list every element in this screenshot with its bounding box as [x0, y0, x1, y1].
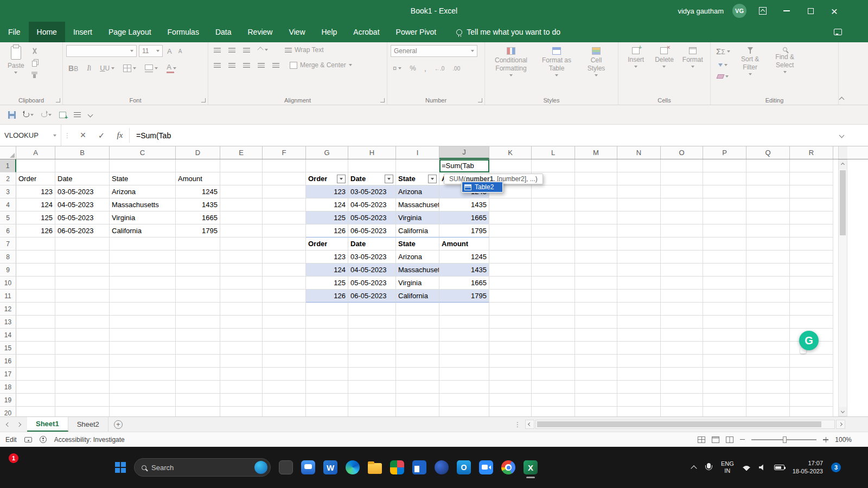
cell-M5[interactable]	[575, 211, 617, 224]
cell-O14[interactable]	[661, 329, 703, 342]
cell-B4[interactable]: 04-05-2023	[55, 198, 110, 211]
page-layout-view-button[interactable]	[712, 436, 719, 443]
filter-button-I2[interactable]	[428, 175, 437, 183]
row-header-8[interactable]: 8	[0, 251, 16, 264]
column-header-H[interactable]: H	[348, 146, 396, 159]
cell-E4[interactable]	[220, 198, 263, 211]
cell-N5[interactable]	[617, 211, 661, 224]
cell-N13[interactable]	[617, 316, 661, 329]
cell-G10[interactable]: 125	[306, 277, 348, 290]
zoom-app-icon[interactable]	[479, 460, 493, 474]
conditional-formatting-button[interactable]: Conditional Formatting	[488, 45, 534, 79]
cell-I20[interactable]	[396, 407, 439, 416]
cell-O7[interactable]	[661, 237, 703, 251]
column-header-K[interactable]: K	[489, 146, 532, 159]
ribbon-display-options-button[interactable]	[755, 3, 770, 18]
cell-G20[interactable]	[306, 407, 348, 416]
cell-K15[interactable]	[489, 342, 532, 355]
increase-font-size-button[interactable]	[165, 46, 174, 57]
cell-K11[interactable]	[489, 290, 532, 303]
cell-C3[interactable]: Arizona	[110, 185, 176, 198]
cell-J8[interactable]: 1245	[439, 251, 489, 264]
cell-R8[interactable]	[790, 251, 833, 264]
colored-tiles-app-icon[interactable]	[390, 460, 404, 474]
taskbar-notification-badge[interactable]: 1	[9, 453, 18, 463]
italic-button[interactable]: I	[85, 62, 93, 74]
cell-L20[interactable]	[532, 407, 575, 416]
cell-J5[interactable]: 1665	[439, 211, 489, 224]
cell-D18[interactable]	[176, 381, 220, 394]
cell-N18[interactable]	[617, 381, 661, 394]
font-size-combo[interactable]: 11	[139, 45, 163, 57]
cell-K7[interactable]	[489, 237, 532, 251]
cell-P1[interactable]	[703, 159, 746, 172]
autocomplete-item-table2[interactable]: Table2	[462, 182, 502, 192]
cell-D20[interactable]	[176, 407, 220, 416]
cell-F9[interactable]	[263, 264, 306, 277]
vertical-scrollbar[interactable]	[838, 159, 847, 416]
cell-K13[interactable]	[489, 316, 532, 329]
cell-L18[interactable]	[532, 381, 575, 394]
cell-C12[interactable]	[110, 303, 176, 316]
cell-Q17[interactable]	[746, 368, 790, 381]
cell-F19[interactable]	[263, 394, 306, 407]
cell-J16[interactable]	[439, 355, 489, 368]
cell-J15[interactable]	[439, 342, 489, 355]
cell-K6[interactable]	[489, 224, 532, 237]
cell-L17[interactable]	[532, 368, 575, 381]
cell-H15[interactable]	[348, 342, 396, 355]
cell-I1[interactable]	[396, 159, 439, 172]
cell-E3[interactable]	[220, 185, 263, 198]
format-cells-button[interactable]: Format	[679, 45, 707, 70]
cell-O1[interactable]	[661, 159, 703, 172]
cell-I11[interactable]: California	[396, 290, 439, 303]
row-header-18[interactable]: 18	[0, 381, 16, 394]
cell-L8[interactable]	[532, 251, 575, 264]
cell-A16[interactable]	[16, 355, 55, 368]
cell-D11[interactable]	[176, 290, 220, 303]
cell-B3[interactable]: 03-05-2023	[55, 185, 110, 198]
ribbon-tab-file[interactable]: File	[0, 22, 29, 42]
cell-M3[interactable]	[575, 185, 617, 198]
column-header-O[interactable]: O	[661, 146, 703, 159]
ribbon-tab-power-pivot[interactable]: Power Pivot	[388, 22, 445, 42]
cell-E14[interactable]	[220, 329, 263, 342]
cell-G11[interactable]: 126	[306, 290, 348, 303]
cell-E17[interactable]	[220, 368, 263, 381]
cell-E18[interactable]	[220, 381, 263, 394]
row-header-11[interactable]: 11	[0, 290, 16, 303]
cell-R9[interactable]	[790, 264, 833, 277]
language-indicator[interactable]: ENG IN	[721, 460, 734, 474]
scroll-right-button[interactable]	[836, 420, 845, 429]
cell-C14[interactable]	[110, 329, 176, 342]
cell-P19[interactable]	[703, 394, 746, 407]
cell-C11[interactable]	[110, 290, 176, 303]
cell-K20[interactable]	[489, 407, 532, 416]
row-header-6[interactable]: 6	[0, 224, 16, 237]
align-right-button[interactable]	[241, 61, 252, 69]
row-header-4[interactable]: 4	[0, 198, 16, 211]
cell-L14[interactable]	[532, 329, 575, 342]
name-box[interactable]: VLOOKUP	[0, 125, 61, 146]
cell-B19[interactable]	[55, 394, 110, 407]
cell-Q3[interactable]	[746, 185, 790, 198]
cell-G4[interactable]: 124	[306, 198, 348, 211]
cell-J10[interactable]: 1665	[439, 277, 489, 290]
cell-D14[interactable]	[176, 329, 220, 342]
filter-button-H2[interactable]	[385, 175, 393, 183]
cell-H14[interactable]	[348, 329, 396, 342]
cell-M15[interactable]	[575, 342, 617, 355]
cell-A4[interactable]: 124	[16, 198, 55, 211]
cell-I3[interactable]: Arizona	[396, 185, 439, 198]
cell-B13[interactable]	[55, 316, 110, 329]
cell-N14[interactable]	[617, 329, 661, 342]
cell-Q1[interactable]	[746, 159, 790, 172]
avatar[interactable]: VG	[732, 4, 746, 18]
cell-O16[interactable]	[661, 355, 703, 368]
align-bottom-button[interactable]	[241, 46, 252, 54]
cell-A2[interactable]: Order	[16, 172, 55, 185]
cell-E11[interactable]	[220, 290, 263, 303]
ribbon-tab-insert[interactable]: Insert	[65, 22, 100, 42]
cell-C20[interactable]	[110, 407, 176, 416]
cell-C9[interactable]	[110, 264, 176, 277]
